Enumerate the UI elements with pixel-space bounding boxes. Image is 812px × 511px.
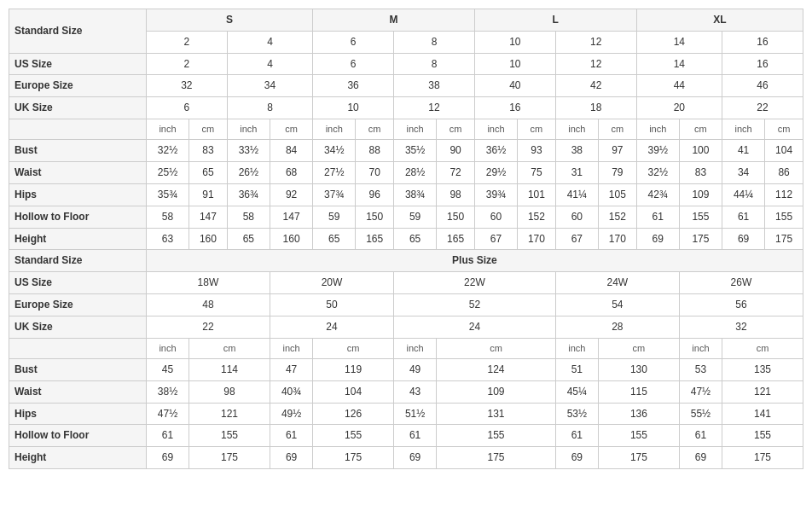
bust-l12-cm: 97: [598, 140, 636, 162]
plus-waist-22w-inch: 43: [394, 380, 437, 403]
bust-s2-inch: 32½: [146, 140, 188, 162]
hips-xl14-inch: 42¾: [636, 183, 679, 206]
plus-waist-18w-cm: 98: [189, 380, 270, 403]
plus-unit-inch-1: inch: [146, 338, 188, 358]
plus-us-18w: 18W: [146, 272, 270, 294]
htf-xl14-inch: 61: [636, 206, 679, 228]
us-12: 12: [555, 31, 636, 53]
htf-l12-cm: 152: [598, 206, 636, 228]
bust-m8-cm: 90: [437, 140, 475, 162]
height-m8-inch: 65: [394, 228, 437, 250]
plus-htf-18w-inch: 61: [146, 425, 188, 447]
htf-m6-cm: 150: [356, 206, 394, 228]
bust-l10-cm: 93: [518, 140, 556, 162]
eu-44: 44: [636, 75, 722, 97]
plus-hips-18w-inch: 47½: [146, 403, 188, 425]
hips-s4-cm: 92: [270, 183, 312, 206]
bust-l12-inch: 38: [555, 140, 598, 162]
htf-l10-inch: 60: [474, 206, 517, 228]
plus-bust-20w-cm: 119: [313, 358, 394, 380]
uk-18: 18: [555, 97, 636, 119]
unit-cm-4: cm: [437, 119, 475, 139]
plus-unit-inch-3: inch: [394, 338, 437, 358]
plus-waist-20w-inch: 40¾: [270, 380, 312, 403]
us-size-label: US Size: [9, 53, 147, 75]
hips-label: Hips: [9, 183, 147, 206]
us-16: 16: [722, 31, 803, 53]
xl-header: XL: [636, 9, 803, 32]
plus-height-24w-cm: 175: [598, 447, 679, 469]
bust-m8-inch: 35½: [394, 140, 437, 162]
plus-hips-18w-cm: 121: [189, 403, 270, 425]
plus-uk-24b: 24: [394, 316, 556, 338]
plus-unit-inch-5: inch: [679, 338, 722, 358]
us-6: 6: [313, 31, 394, 53]
height-xl14-cm: 175: [679, 228, 722, 250]
waist-m8-inch: 28½: [394, 162, 437, 184]
plus-waist-20w-cm: 104: [313, 380, 394, 403]
hips-m8-cm: 98: [437, 183, 475, 206]
htf-l12-inch: 60: [555, 206, 598, 228]
hips-l10-cm: 101: [518, 183, 556, 206]
plus-waist-18w-inch: 38½: [146, 380, 188, 403]
uk-6: 6: [146, 97, 227, 119]
plus-htf-26w-inch: 61: [679, 425, 722, 447]
height-label-plus: Height: [9, 447, 147, 469]
unit-cm-6: cm: [598, 119, 636, 139]
plus-height-20w-cm: 175: [313, 447, 394, 469]
plus-hips-22w-cm: 131: [437, 403, 556, 425]
height-l12-inch: 67: [555, 228, 598, 250]
waist-label: Waist: [9, 162, 147, 184]
plus-hips-26w-inch: 55½: [679, 403, 722, 425]
bust-s4-cm: 84: [270, 140, 312, 162]
plus-hips-26w-cm: 141: [722, 403, 803, 425]
bust-s2-cm: 83: [189, 140, 228, 162]
uk-12: 12: [394, 97, 475, 119]
unit-cm-7: cm: [679, 119, 722, 139]
height-s4-cm: 160: [270, 228, 312, 250]
plus-europe-size-label: Europe Size: [9, 293, 147, 316]
plus-eu-54: 54: [555, 293, 679, 316]
uk-size-label: UK Size: [9, 97, 147, 119]
bust-xl16-cm: 104: [765, 140, 803, 162]
height-l10-cm: 170: [518, 228, 556, 250]
waist-s4-inch: 26½: [227, 162, 270, 184]
plus-htf-22w-cm: 155: [437, 425, 556, 447]
unit-inch-4: inch: [394, 119, 437, 139]
hips-s4-inch: 36¾: [227, 183, 270, 206]
us-10: 10: [474, 31, 555, 53]
plus-waist-26w-cm: 121: [722, 380, 803, 403]
uk-20: 20: [636, 97, 722, 119]
plus-bust-24w-inch: 51: [555, 358, 598, 380]
us-size-2: 2: [146, 53, 227, 75]
hips-m6-cm: 96: [356, 183, 394, 206]
plus-bust-20w-inch: 47: [270, 358, 312, 380]
waist-m6-inch: 27½: [313, 162, 356, 184]
uk-16: 16: [474, 97, 555, 119]
plus-htf-24w-inch: 61: [555, 425, 598, 447]
europe-size-label: Europe Size: [9, 75, 147, 97]
plus-eu-52: 52: [394, 293, 556, 316]
eu-42: 42: [555, 75, 636, 97]
bust-s4-inch: 33½: [227, 140, 270, 162]
plus-eu-48: 48: [146, 293, 270, 316]
plus-bust-26w-cm: 135: [722, 358, 803, 380]
height-m6-cm: 165: [356, 228, 394, 250]
plus-height-20w-inch: 69: [270, 447, 312, 469]
hips-xl16-inch: 44¼: [722, 183, 765, 206]
unit-cm-5: cm: [518, 119, 556, 139]
hips-l12-cm: 105: [598, 183, 636, 206]
plus-height-18w-inch: 69: [146, 447, 188, 469]
hips-m6-inch: 37¾: [313, 183, 356, 206]
hips-l12-inch: 41¼: [555, 183, 598, 206]
plus-hips-20w-cm: 126: [313, 403, 394, 425]
us-size-10: 10: [474, 53, 555, 75]
plus-hips-label: Hips: [9, 403, 147, 425]
unit-cm-3: cm: [356, 119, 394, 139]
height-label-standard: Height: [9, 228, 147, 250]
plus-eu-50: 50: [270, 293, 393, 316]
us-size-12: 12: [555, 53, 636, 75]
height-l12-cm: 170: [598, 228, 636, 250]
htf-m6-inch: 59: [313, 206, 356, 228]
plus-height-22w-inch: 69: [394, 447, 437, 469]
